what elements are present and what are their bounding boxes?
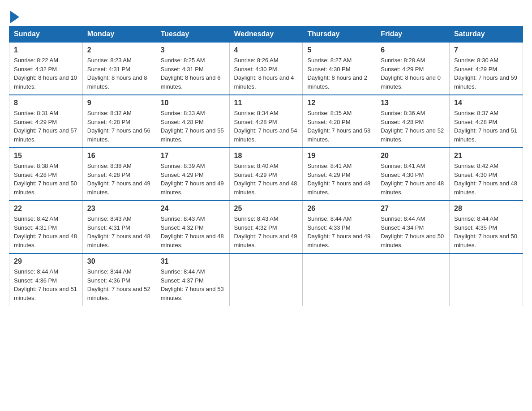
day-info: Sunrise: 8:39 AM Sunset: 4:29 PM Dayligh… [161,162,225,197]
day-number: 13 [381,99,445,107]
calendar-week-row: 29 Sunrise: 8:44 AM Sunset: 4:36 PM Dayl… [9,253,523,306]
day-info: Sunrise: 8:30 AM Sunset: 4:29 PM Dayligh… [454,56,518,91]
logo [9,9,19,21]
day-info: Sunrise: 8:26 AM Sunset: 4:30 PM Dayligh… [234,56,298,91]
day-number: 15 [14,152,78,160]
calendar-cell [450,253,523,306]
calendar-cell: 30 Sunrise: 8:44 AM Sunset: 4:36 PM Dayl… [82,253,156,306]
day-info: Sunrise: 8:42 AM Sunset: 4:30 PM Dayligh… [454,162,518,197]
day-number: 16 [87,152,151,160]
day-number: 7 [454,46,518,54]
calendar-cell: 17 Sunrise: 8:39 AM Sunset: 4:29 PM Dayl… [156,148,229,201]
day-number: 9 [87,99,151,107]
day-number: 10 [161,99,225,107]
day-info: Sunrise: 8:44 AM Sunset: 4:36 PM Dayligh… [14,267,78,302]
calendar-cell: 2 Sunrise: 8:23 AM Sunset: 4:31 PM Dayli… [82,42,156,95]
calendar-cell: 16 Sunrise: 8:38 AM Sunset: 4:28 PM Dayl… [82,148,156,201]
day-number: 29 [14,257,78,265]
day-info: Sunrise: 8:22 AM Sunset: 4:32 PM Dayligh… [14,56,78,91]
day-info: Sunrise: 8:43 AM Sunset: 4:32 PM Dayligh… [234,214,298,249]
weekday-header-tuesday: Tuesday [156,26,229,43]
calendar-cell: 6 Sunrise: 8:28 AM Sunset: 4:29 PM Dayli… [376,42,450,95]
day-number: 14 [454,99,518,107]
calendar-cell: 4 Sunrise: 8:26 AM Sunset: 4:30 PM Dayli… [229,42,303,95]
weekday-header-thursday: Thursday [303,26,376,43]
day-info: Sunrise: 8:44 AM Sunset: 4:36 PM Dayligh… [87,267,151,302]
calendar-cell: 5 Sunrise: 8:27 AM Sunset: 4:30 PM Dayli… [303,42,376,95]
calendar-cell: 19 Sunrise: 8:41 AM Sunset: 4:29 PM Dayl… [303,148,376,201]
day-number: 6 [381,46,445,54]
calendar-cell: 31 Sunrise: 8:44 AM Sunset: 4:37 PM Dayl… [156,253,229,306]
calendar-cell: 27 Sunrise: 8:44 AM Sunset: 4:34 PM Dayl… [376,201,450,253]
day-number: 2 [87,46,151,54]
calendar-cell: 15 Sunrise: 8:38 AM Sunset: 4:28 PM Dayl… [9,148,83,201]
calendar-cell: 1 Sunrise: 8:22 AM Sunset: 4:32 PM Dayli… [9,42,83,95]
weekday-header-monday: Monday [82,26,156,43]
calendar-cell: 7 Sunrise: 8:30 AM Sunset: 4:29 PM Dayli… [450,42,523,95]
calendar-cell: 13 Sunrise: 8:36 AM Sunset: 4:28 PM Dayl… [376,95,450,148]
day-info: Sunrise: 8:34 AM Sunset: 4:28 PM Dayligh… [234,109,298,144]
day-number: 23 [87,205,151,213]
weekday-header-friday: Friday [376,26,450,43]
day-info: Sunrise: 8:38 AM Sunset: 4:28 PM Dayligh… [87,162,151,197]
day-info: Sunrise: 8:40 AM Sunset: 4:29 PM Dayligh… [234,162,298,197]
day-info: Sunrise: 8:38 AM Sunset: 4:28 PM Dayligh… [14,162,78,197]
day-number: 19 [307,152,371,160]
svg-marker-0 [10,11,19,23]
page-header [9,9,523,21]
day-number: 30 [87,257,151,265]
day-number: 1 [14,46,78,54]
day-info: Sunrise: 8:36 AM Sunset: 4:28 PM Dayligh… [381,109,445,144]
day-info: Sunrise: 8:42 AM Sunset: 4:31 PM Dayligh… [14,214,78,249]
calendar-cell: 8 Sunrise: 8:31 AM Sunset: 4:29 PM Dayli… [9,95,83,148]
weekday-header-row: SundayMondayTuesdayWednesdayThursdayFrid… [9,26,523,43]
day-number: 4 [234,46,298,54]
day-info: Sunrise: 8:28 AM Sunset: 4:29 PM Dayligh… [381,56,445,91]
calendar-cell: 9 Sunrise: 8:32 AM Sunset: 4:28 PM Dayli… [82,95,156,148]
calendar-body: 1 Sunrise: 8:22 AM Sunset: 4:32 PM Dayli… [9,42,523,306]
day-number: 11 [234,99,298,107]
day-number: 21 [454,152,518,160]
weekday-header-wednesday: Wednesday [229,26,303,43]
calendar-week-row: 15 Sunrise: 8:38 AM Sunset: 4:28 PM Dayl… [9,148,523,201]
weekday-header-saturday: Saturday [450,26,523,43]
day-number: 25 [234,205,298,213]
day-info: Sunrise: 8:41 AM Sunset: 4:29 PM Dayligh… [307,162,371,197]
calendar-cell: 24 Sunrise: 8:43 AM Sunset: 4:32 PM Dayl… [156,201,229,253]
calendar-cell: 29 Sunrise: 8:44 AM Sunset: 4:36 PM Dayl… [9,253,83,306]
calendar-week-row: 22 Sunrise: 8:42 AM Sunset: 4:31 PM Dayl… [9,201,523,253]
day-info: Sunrise: 8:44 AM Sunset: 4:35 PM Dayligh… [454,214,518,249]
day-info: Sunrise: 8:44 AM Sunset: 4:37 PM Dayligh… [161,267,225,302]
day-info: Sunrise: 8:44 AM Sunset: 4:33 PM Dayligh… [307,214,371,249]
day-number: 28 [454,205,518,213]
day-number: 20 [381,152,445,160]
day-info: Sunrise: 8:25 AM Sunset: 4:31 PM Dayligh… [161,56,225,91]
day-number: 27 [381,205,445,213]
day-number: 3 [161,46,225,54]
calendar-cell: 26 Sunrise: 8:44 AM Sunset: 4:33 PM Dayl… [303,201,376,253]
day-number: 26 [307,205,371,213]
day-number: 17 [161,152,225,160]
day-number: 24 [161,205,225,213]
day-number: 5 [307,46,371,54]
calendar-week-row: 1 Sunrise: 8:22 AM Sunset: 4:32 PM Dayli… [9,42,523,95]
calendar-cell: 12 Sunrise: 8:35 AM Sunset: 4:28 PM Dayl… [303,95,376,148]
day-info: Sunrise: 8:31 AM Sunset: 4:29 PM Dayligh… [14,109,78,144]
calendar-header: SundayMondayTuesdayWednesdayThursdayFrid… [9,26,523,43]
day-info: Sunrise: 8:41 AM Sunset: 4:30 PM Dayligh… [381,162,445,197]
calendar-cell: 21 Sunrise: 8:42 AM Sunset: 4:30 PM Dayl… [450,148,523,201]
calendar-cell [376,253,450,306]
calendar-cell: 22 Sunrise: 8:42 AM Sunset: 4:31 PM Dayl… [9,201,83,253]
day-number: 18 [234,152,298,160]
calendar-cell: 3 Sunrise: 8:25 AM Sunset: 4:31 PM Dayli… [156,42,229,95]
calendar-cell: 18 Sunrise: 8:40 AM Sunset: 4:29 PM Dayl… [229,148,303,201]
calendar-cell: 25 Sunrise: 8:43 AM Sunset: 4:32 PM Dayl… [229,201,303,253]
day-number: 22 [14,205,78,213]
day-info: Sunrise: 8:23 AM Sunset: 4:31 PM Dayligh… [87,56,151,91]
day-info: Sunrise: 8:37 AM Sunset: 4:28 PM Dayligh… [454,109,518,144]
calendar-cell [229,253,303,306]
day-number: 8 [14,99,78,107]
calendar-cell: 11 Sunrise: 8:34 AM Sunset: 4:28 PM Dayl… [229,95,303,148]
calendar-week-row: 8 Sunrise: 8:31 AM Sunset: 4:29 PM Dayli… [9,95,523,148]
calendar-table: SundayMondayTuesdayWednesdayThursdayFrid… [9,26,523,306]
